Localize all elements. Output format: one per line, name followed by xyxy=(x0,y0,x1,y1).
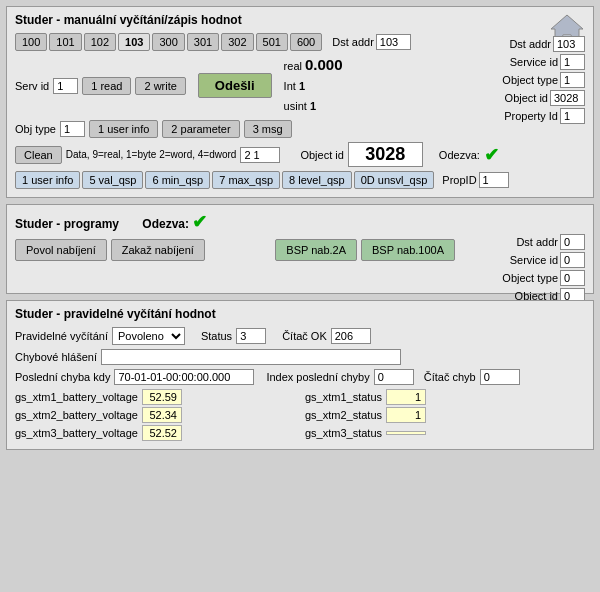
row3: Obj type 1 user info 2 parameter 3 msg xyxy=(15,120,585,138)
index-label: Index poslední chyby xyxy=(266,371,369,383)
addr-tab-103[interactable]: 103 xyxy=(118,33,150,51)
prog-info-object-type-input[interactable] xyxy=(560,270,585,286)
usint-row: usint 1 xyxy=(284,96,343,116)
data-item-4: gs_xtm3_battery_voltage 52.52 xyxy=(15,425,295,441)
info-dst-addr-input[interactable] xyxy=(553,36,585,52)
data-label-2: gs_xtm2_battery_voltage xyxy=(15,409,138,421)
btn-bsp100a[interactable]: BSP nab.100A xyxy=(361,239,455,261)
addr-tab-100[interactable]: 100 xyxy=(15,33,47,51)
data-grid: gs_xtm1_battery_voltage 52.59 gs_xtm1_st… xyxy=(15,389,585,441)
posledni-chyba-input[interactable] xyxy=(114,369,254,385)
tab-level-qsp[interactable]: 8 level_qsp xyxy=(282,171,352,189)
section3-panel: Studer - pravidelné vyčítání hodnot Prav… xyxy=(6,300,594,450)
chybove-label: Chybové hlášení xyxy=(15,351,97,363)
reading-row2: Chybové hlášení xyxy=(15,349,585,365)
real-label: real xyxy=(284,60,302,72)
real-value: 0.000 xyxy=(305,56,343,73)
info-object-id-input[interactable] xyxy=(550,90,585,106)
section2-title: Studer - programy Odezva: ✔ xyxy=(15,211,585,233)
tabs-row: 1 user info 5 val_qsp 6 min_qsp 7 max_qs… xyxy=(15,171,585,189)
odezva-checkmark: ✔ xyxy=(484,144,499,166)
addr-tab-302[interactable]: 302 xyxy=(221,33,253,51)
addr-tab-300[interactable]: 300 xyxy=(152,33,184,51)
prop-id-input[interactable] xyxy=(479,172,509,188)
obj-type-input[interactable] xyxy=(60,121,85,137)
clean-val-input[interactable] xyxy=(240,147,280,163)
section3-title: Studer - pravidelné vyčítání hodnot xyxy=(15,307,585,321)
addr-tab-600[interactable]: 600 xyxy=(290,33,322,51)
section2-odezva-checkmark: ✔ xyxy=(192,212,207,232)
btn-read[interactable]: 1 read xyxy=(82,77,131,95)
citac-ok-input[interactable] xyxy=(331,328,371,344)
btn-user-info[interactable]: 1 user info xyxy=(89,120,158,138)
data-label-3: gs_xtm2_status xyxy=(305,409,382,421)
addr-tab-102[interactable]: 102 xyxy=(84,33,116,51)
data-item-5: gs_xtm3_status xyxy=(305,425,585,441)
data-label-0: gs_xtm1_battery_voltage xyxy=(15,391,138,403)
pravidelne-select[interactable]: Povoleno Zakázáno xyxy=(112,327,185,345)
tab-max-qsp[interactable]: 7 max_qsp xyxy=(212,171,280,189)
data-label-1: gs_xtm1_status xyxy=(305,391,382,403)
data-val-1: 1 xyxy=(386,389,426,405)
data-item-3: gs_xtm2_status 1 xyxy=(305,407,585,423)
data-val-2: 52.34 xyxy=(142,407,182,423)
addr-tab-501[interactable]: 501 xyxy=(256,33,288,51)
info-object-type-input[interactable] xyxy=(560,72,585,88)
btn-clean[interactable]: Clean xyxy=(15,146,62,164)
chybove-input[interactable] xyxy=(101,349,401,365)
tab-user-info[interactable]: 1 user info xyxy=(15,171,80,189)
addr-tab-101[interactable]: 101 xyxy=(49,33,81,51)
btn-bsp2a[interactable]: BSP nab.2A xyxy=(275,239,357,261)
row4: Clean Data, 9=real, 1=byte 2=word, 4=dwo… xyxy=(15,142,585,167)
addr-tab-301[interactable]: 301 xyxy=(187,33,219,51)
int-row: Int 1 xyxy=(284,76,343,96)
prog-info-service-id-label: Service id xyxy=(510,251,558,269)
info-service-id-label: Service id xyxy=(510,53,558,71)
info-object-id: Object id xyxy=(502,89,585,107)
posledni-chyba-label: Poslední chyba kdy xyxy=(15,371,110,383)
index-input[interactable] xyxy=(374,369,414,385)
usint-label: usint xyxy=(284,100,307,112)
tab-unsvl-qsp[interactable]: 0D unsvl_qsp xyxy=(354,171,435,189)
int-label: Int xyxy=(284,80,296,92)
prog-info-service-id-input[interactable] xyxy=(560,252,585,268)
obj-id-label: Object id xyxy=(300,149,343,161)
info-object-type-label: Object type xyxy=(502,71,558,89)
serv-id-input[interactable] xyxy=(53,78,78,94)
data-val-5 xyxy=(386,431,426,435)
obj-type-label: Obj type xyxy=(15,123,56,135)
btn-write[interactable]: 2 write xyxy=(135,77,185,95)
right-info-panel: Dst addr Service id Object type Object i… xyxy=(502,35,585,125)
addr-tabs-row: 100 101 102 103 300 301 302 501 600 Dst … xyxy=(15,33,585,51)
prog-info-dst-addr-input[interactable] xyxy=(560,234,585,250)
data-item-2: gs_xtm2_battery_voltage 52.34 xyxy=(15,407,295,423)
tab-val-qsp[interactable]: 5 val_qsp xyxy=(82,171,143,189)
serv-id-label: Serv id xyxy=(15,80,49,92)
info-service-id-input[interactable] xyxy=(560,54,585,70)
status-input[interactable] xyxy=(236,328,266,344)
usint-value: 1 xyxy=(310,100,316,112)
section1-panel: Studer - manuální vyčítání/zápis hodnot … xyxy=(6,6,594,198)
pravidelne-label: Pravidelné vyčítání xyxy=(15,330,108,342)
tab-min-qsp[interactable]: 6 min_qsp xyxy=(145,171,210,189)
reading-row1: Pravidelné vyčítání Povoleno Zakázáno St… xyxy=(15,327,585,345)
info-object-id-label: Object id xyxy=(505,89,548,107)
obj-id-input[interactable] xyxy=(348,142,423,167)
citac-ok-label: Čítač OK xyxy=(282,330,327,342)
citac-chyb-input[interactable] xyxy=(480,369,520,385)
data-label-4: gs_xtm3_battery_voltage xyxy=(15,427,138,439)
dst-addr-input[interactable] xyxy=(376,34,411,50)
status-label: Status xyxy=(201,330,232,342)
btn-parameter[interactable]: 2 parameter xyxy=(162,120,239,138)
real-row: real 0.000 xyxy=(284,55,343,76)
data-val-3: 1 xyxy=(386,407,426,423)
prog-info-service-id: Service id xyxy=(502,251,585,269)
btn-povol[interactable]: Povol nabíjení xyxy=(15,239,107,261)
info-property-id-input[interactable] xyxy=(560,108,585,124)
btn-msg[interactable]: 3 msg xyxy=(244,120,292,138)
btn-send[interactable]: Odešli xyxy=(198,73,272,98)
btn-zakaz[interactable]: Zakaž nabíjení xyxy=(111,239,205,261)
data-val-0: 52.59 xyxy=(142,389,182,405)
int-value: 1 xyxy=(299,80,305,92)
programs-row: Povol nabíjení Zakaž nabíjení BSP nab.2A… xyxy=(15,239,585,261)
